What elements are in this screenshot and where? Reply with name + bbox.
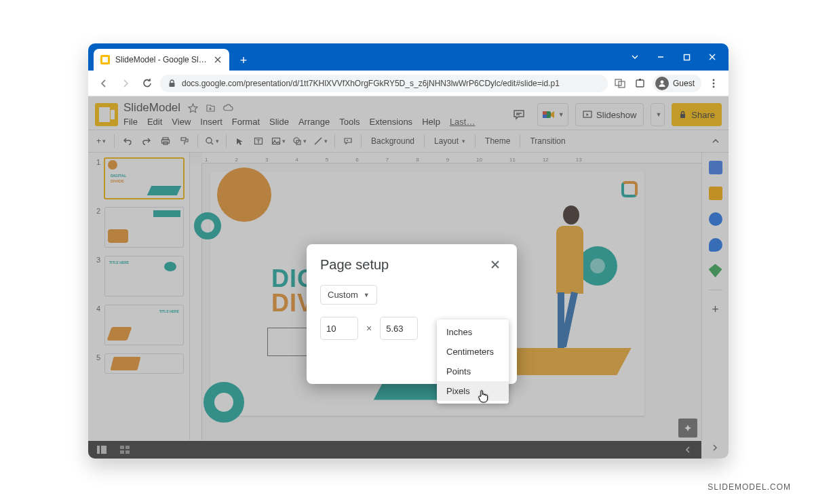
nav-back-icon[interactable] xyxy=(95,75,113,92)
watermark: SLIDEMODEL.COM xyxy=(708,482,791,492)
unit-option-centimeters[interactable]: Centimeters xyxy=(437,342,509,362)
guest-label: Guest xyxy=(673,79,695,88)
slides-favicon xyxy=(100,55,110,64)
url-box[interactable]: docs.google.com/presentation/d/1tt7KHlXV… xyxy=(160,75,608,92)
nav-reload-icon[interactable] xyxy=(138,75,156,92)
translate-icon[interactable] xyxy=(612,75,628,92)
width-input[interactable] xyxy=(320,317,358,340)
svg-point-7 xyxy=(713,79,715,81)
by-symbol: × xyxy=(366,323,372,334)
window-maximize-icon[interactable] xyxy=(674,43,699,71)
url-text: docs.google.com/presentation/d/1tt7KHlXV… xyxy=(182,79,560,88)
tab-close-icon[interactable] xyxy=(213,55,222,64)
unit-option-points[interactable]: Points xyxy=(437,362,509,381)
tabs-area: SlideModel - Google Slides + xyxy=(88,49,623,71)
guest-avatar-icon xyxy=(655,77,669,90)
svg-point-6 xyxy=(661,80,664,83)
overflow-menu-icon[interactable] xyxy=(705,75,722,92)
window-controls xyxy=(623,43,729,71)
window-titlebar: SlideModel - Google Slides + xyxy=(88,43,729,71)
profile-chip[interactable]: Guest xyxy=(653,75,701,92)
browser-window: SlideModel - Google Slides + docs.google… xyxy=(88,43,729,459)
svg-rect-0 xyxy=(684,54,689,60)
dialog-title: Page setup xyxy=(320,257,389,273)
nav-forward-icon xyxy=(117,75,134,92)
lock-icon xyxy=(168,79,176,88)
page-preset-label: Custom xyxy=(328,290,358,300)
dialog-close-icon[interactable] xyxy=(487,256,503,273)
svg-rect-4 xyxy=(636,80,644,87)
svg-point-8 xyxy=(713,82,715,84)
address-bar: docs.google.com/presentation/d/1tt7KHlXV… xyxy=(88,71,729,96)
svg-point-9 xyxy=(713,85,715,88)
window-dropdown-icon[interactable] xyxy=(623,43,647,71)
units-dropdown: Inches Centimeters Points Pixels xyxy=(437,319,509,404)
height-input[interactable] xyxy=(380,317,418,340)
unit-option-inches[interactable]: Inches xyxy=(437,322,509,342)
page-preset-select[interactable]: Custom ▼ xyxy=(320,285,377,305)
window-close-icon[interactable] xyxy=(700,43,724,71)
extensions-icon[interactable] xyxy=(632,75,648,92)
svg-rect-1 xyxy=(170,83,175,87)
slides-app: SlideModel File Edit View Insert Format … xyxy=(88,96,729,459)
unit-option-pixels[interactable]: Pixels xyxy=(437,381,509,401)
tab-title: SlideModel - Google Slides xyxy=(115,55,208,64)
new-tab-button[interactable]: + xyxy=(235,52,252,69)
browser-tab[interactable]: SlideModel - Google Slides xyxy=(94,49,229,71)
window-minimize-icon[interactable] xyxy=(648,43,673,71)
svg-rect-5 xyxy=(639,79,641,81)
chevron-down-icon: ▼ xyxy=(364,292,370,298)
